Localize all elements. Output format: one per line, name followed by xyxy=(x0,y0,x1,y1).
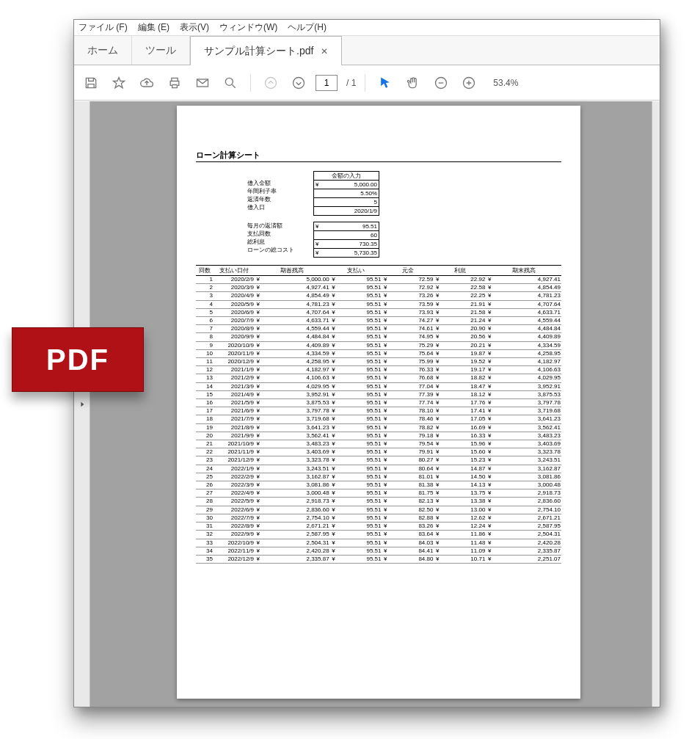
table-row: 322022/9/9¥2,587.95¥95.51¥83.64¥11.86¥2,… xyxy=(196,531,561,539)
value-years: 5 xyxy=(374,198,377,206)
label-years: 返済年数 xyxy=(247,195,313,203)
table-row: 62020/7/9¥4,633.71¥95.51¥74.27¥21.24¥4,5… xyxy=(196,317,561,325)
table-row: 332022/10/9¥2,504.31¥95.51¥84.03¥11.48¥2… xyxy=(196,539,561,547)
svg-point-3 xyxy=(294,77,305,88)
currency-symbol: ¥ xyxy=(316,249,318,257)
toolbar: / 1 53.4% xyxy=(74,65,660,101)
cloud-upload-icon[interactable] xyxy=(136,72,158,94)
table-row: 112020/12/9¥4,258.95¥95.51¥75.99¥19.52¥4… xyxy=(196,358,561,366)
menu-edit[interactable]: 編集 (E) xyxy=(138,21,169,34)
table-row: 212021/10/9¥3,483.23¥95.51¥79.54¥15.96¥3… xyxy=(196,440,561,448)
left-panel-toggle[interactable] xyxy=(74,101,90,707)
table-row: 182021/7/9¥3,719.68¥95.51¥78.46¥17.05¥3,… xyxy=(196,415,561,423)
search-icon[interactable] xyxy=(219,72,241,94)
table-row: 102020/11/9¥4,334.59¥95.51¥75.64¥19.87¥4… xyxy=(196,349,561,357)
pdf-viewer-window: ファイル (F) 編集 (E) 表示(V) ウィンドウ(W) ヘルプ(H) ホー… xyxy=(73,19,660,707)
loan-summary-block: 毎月の返済額 支払回数 総利息 ローンの総コスト ¥95.51 60 ¥730.… xyxy=(196,222,561,258)
menu-view[interactable]: 表示(V) xyxy=(180,21,209,34)
star-icon[interactable] xyxy=(108,72,130,94)
table-row: 92020/10/9¥4,409.89¥95.51¥75.29¥20.21¥4,… xyxy=(196,341,561,349)
table-row: 272022/4/9¥3,000.48¥95.51¥81.75¥13.75¥2,… xyxy=(196,489,561,498)
label-annual-rate: 年間利子率 xyxy=(247,187,313,195)
currency-symbol: ¥ xyxy=(316,181,318,189)
value-total-cost: 5,730.35 xyxy=(354,249,377,257)
label-num-payments: 支払回数 xyxy=(247,230,313,238)
table-row: 312022/8/9¥2,671.21¥95.51¥83.26¥12.24¥2,… xyxy=(196,523,561,531)
table-row: 22020/3/9¥4,927.41¥95.51¥72.92¥22.58¥4,8… xyxy=(196,284,561,292)
table-row: 252022/2/9¥3,162.87¥95.51¥81.01¥14.50¥3,… xyxy=(196,473,561,481)
svg-point-2 xyxy=(266,77,277,88)
page-number-input[interactable] xyxy=(316,75,338,91)
table-row: 32020/4/9¥4,854.49¥95.51¥73.26¥22.25¥4,7… xyxy=(196,292,561,300)
value-loan-amount: 5,000.00 xyxy=(354,181,377,189)
menu-file[interactable]: ファイル (F) xyxy=(79,21,128,34)
table-row: 152021/4/9¥3,952.91¥95.51¥77.39¥18.12¥3,… xyxy=(196,390,561,398)
print-icon[interactable] xyxy=(164,72,186,94)
table-row: 52020/6/9¥4,707.64¥95.51¥73.93¥21.58¥4,6… xyxy=(196,308,561,316)
zoom-in-icon[interactable] xyxy=(458,72,480,94)
table-row: 132021/2/9¥4,106.63¥95.51¥76.68¥18.82¥4,… xyxy=(196,374,561,382)
tabbar: ホーム ツール サンプル計算シート.pdf ✕ xyxy=(74,36,660,65)
table-row: 282022/5/9¥2,918.73¥95.51¥82.13¥13.38¥2,… xyxy=(196,498,561,506)
table-row: 292022/6/9¥2,836.60¥95.51¥82.50¥13.00¥2,… xyxy=(196,506,561,514)
table-row: 342022/11/9¥2,420.28¥95.51¥84.41¥11.09¥2… xyxy=(196,547,561,555)
table-row: 162021/5/9¥3,875.53¥95.51¥77.74¥17.76¥3,… xyxy=(196,399,561,407)
col-end: 期末残高 xyxy=(486,266,561,276)
value-annual-rate: 5.50% xyxy=(360,189,377,197)
table-row: 232021/12/9¥3,323.78¥95.51¥80.27¥15.23¥3… xyxy=(196,456,561,465)
toolbar-divider xyxy=(250,74,251,92)
menu-window[interactable]: ウィンドウ(W) xyxy=(219,21,277,34)
label-total-interest: 総利息 xyxy=(247,238,313,246)
selection-arrow-icon[interactable] xyxy=(374,72,396,94)
tab-tools[interactable]: ツール xyxy=(132,36,190,65)
table-row: 172021/6/9¥3,797.78¥95.51¥78.10¥17.41¥3,… xyxy=(196,407,561,415)
page-up-icon[interactable] xyxy=(260,72,282,94)
tab-home[interactable]: ホーム xyxy=(74,36,132,65)
close-icon[interactable]: ✕ xyxy=(321,46,328,57)
table-row: 72020/8/9¥4,559.44¥95.51¥74.61¥20.90¥4,4… xyxy=(196,325,561,333)
table-row: 82020/9/9¥4,484.84¥95.51¥74.95¥20.56¥4,4… xyxy=(196,333,561,341)
value-monthly: 95.51 xyxy=(362,222,377,230)
col-interest: 利息 xyxy=(434,266,486,276)
pdf-badge-overlay: PDF xyxy=(12,327,144,392)
document-title: ローン計算シート xyxy=(196,150,561,162)
loan-inputs-block: 借入金額 年間利子率 返済年数 借入日 金額の入力 ¥5,000.00 5.50… xyxy=(196,171,561,216)
save-icon[interactable] xyxy=(80,72,102,94)
value-num-payments: 60 xyxy=(371,231,377,239)
value-start-date: 2020/1/9 xyxy=(354,207,377,215)
tab-document-label: サンプル計算シート.pdf xyxy=(204,45,313,58)
table-row: 202021/9/9¥3,562.41¥95.51¥79.18¥16.33¥3,… xyxy=(196,432,561,440)
svg-point-1 xyxy=(225,78,233,85)
mail-icon[interactable] xyxy=(192,72,214,94)
table-row: 262022/3/9¥3,081.86¥95.51¥81.38¥14.13¥3,… xyxy=(196,481,561,489)
col-pay: 支払い xyxy=(330,266,382,276)
tab-document[interactable]: サンプル計算シート.pdf ✕ xyxy=(190,36,342,65)
label-loan-amount: 借入金額 xyxy=(247,179,313,187)
col-no: 回数 xyxy=(196,266,214,276)
hand-pan-icon[interactable] xyxy=(402,72,424,94)
currency-symbol: ¥ xyxy=(316,240,318,248)
zoom-out-icon[interactable] xyxy=(430,72,452,94)
table-row: 242022/1/9¥3,243.51¥95.51¥80.64¥14.87¥3,… xyxy=(196,465,561,473)
input-header: 金額の入力 xyxy=(313,171,379,180)
menubar: ファイル (F) 編集 (E) 表示(V) ウィンドウ(W) ヘルプ(H) xyxy=(74,20,660,36)
label-monthly: 毎月の返済額 xyxy=(247,222,313,230)
table-row: 302022/7/9¥2,754.10¥95.51¥82.88¥12.62¥2,… xyxy=(196,514,561,522)
amortization-table: 回数 支払い日付 期首残高 支払い 元金 利息 期末残高 12020/2/9¥5… xyxy=(196,265,561,564)
right-panel-strip[interactable] xyxy=(652,101,660,707)
col-principal: 元金 xyxy=(382,266,434,276)
currency-symbol: ¥ xyxy=(316,222,318,230)
label-start-date: 借入日 xyxy=(247,203,313,211)
pdf-page: ローン計算シート 借入金額 年間利子率 返済年数 借入日 金額の入力 ¥5,00… xyxy=(177,106,580,699)
menu-help[interactable]: ヘルプ(H) xyxy=(288,21,327,34)
table-row: 352022/12/9¥2,335.87¥95.51¥84.80¥10.71¥2… xyxy=(196,555,561,563)
document-viewport[interactable]: ローン計算シート 借入金額 年間利子率 返済年数 借入日 金額の入力 ¥5,00… xyxy=(74,101,660,707)
page-down-icon[interactable] xyxy=(288,72,310,94)
table-row: 122021/1/9¥4,182.97¥95.51¥76.33¥19.17¥4,… xyxy=(196,366,561,374)
table-row: 12020/2/9¥5,000.00¥95.51¥72.59¥22.92¥4,9… xyxy=(196,276,561,284)
chevron-right-icon xyxy=(79,401,85,407)
table-row: 222021/11/9¥3,403.69¥95.51¥79.91¥15.60¥3… xyxy=(196,448,561,456)
table-row: 192021/8/9¥3,641.23¥95.51¥78.82¥16.69¥3,… xyxy=(196,423,561,432)
value-total-interest: 730.35 xyxy=(360,240,377,248)
table-row: 142021/3/9¥4,029.95¥95.51¥77.04¥18.47¥3,… xyxy=(196,382,561,390)
